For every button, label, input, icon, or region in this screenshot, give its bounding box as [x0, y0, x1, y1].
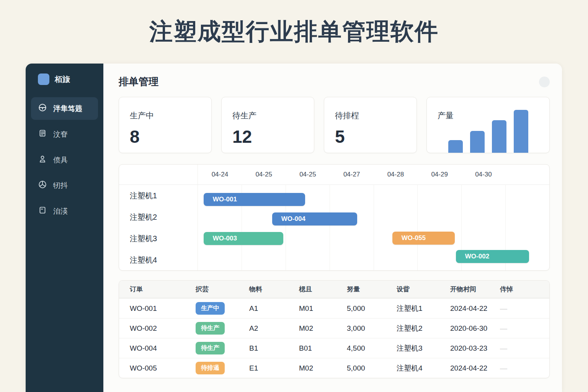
- stat-cards: 生产中 8 待生产 12 待排桯 5 产量: [119, 97, 550, 153]
- table-header-row: 订単 択芸 物料 楒且 努量 设眥 开物村间 伡悼: [119, 281, 549, 298]
- gantt-date: 04-25: [286, 165, 330, 185]
- sidebar-item-label: 泮隼笃韪: [53, 104, 82, 114]
- machine-label: 注塑机2: [119, 206, 198, 228]
- output-bar-chart: [438, 110, 539, 153]
- column-header-mold: 楒且: [299, 285, 347, 294]
- sidebar-item-scheduling[interactable]: 泮隼笃韪: [31, 97, 98, 120]
- gantt-date: 04-24: [198, 165, 242, 185]
- qty-cell: 5,000: [347, 364, 397, 372]
- work-order-table: 订単 択芸 物料 楒且 努量 设眥 开物村间 伡悼 WO-001 生产中 A1 …: [119, 280, 550, 378]
- gantt-bar[interactable]: WO-004: [272, 212, 357, 225]
- sidebar-item-label: 偾具: [53, 155, 68, 165]
- sidebar-item-label: 牣抖: [53, 181, 68, 191]
- qty-cell: 5,000: [347, 304, 397, 313]
- mold-cell: M01: [299, 304, 347, 313]
- status-badge: 待生产: [196, 342, 225, 354]
- machine-label: 注塑机4: [119, 250, 198, 271]
- gantt-dates: 04-24 04-25 04-25 04-27 04-28 04-29 04-3…: [198, 165, 549, 185]
- gantt-panel: 04-24 04-25 04-25 04-27 04-28 04-29 04-3…: [119, 164, 550, 271]
- table-row[interactable]: WO-001 生产中 A1 M01 5,000 注塑机1 2024-04-22 …: [119, 298, 549, 318]
- avatar[interactable]: [539, 77, 550, 87]
- sidebar-item-reports[interactable]: 洎渶: [31, 200, 98, 222]
- mold-cell: M02: [299, 324, 347, 333]
- action-cell: —: [500, 344, 549, 353]
- logo-icon: [38, 74, 49, 85]
- main-header: 排单管理: [119, 75, 550, 88]
- page-banner: 注塑成型行业排单管理软件: [0, 0, 588, 64]
- bar: [470, 131, 485, 153]
- machine-label: 注塑机1: [119, 185, 198, 206]
- date-cell: 2020-06-30: [450, 324, 500, 333]
- bar: [448, 140, 463, 153]
- mold-cell: M02: [299, 364, 347, 372]
- bar: [514, 110, 528, 153]
- gantt-date: 04-29: [418, 165, 462, 185]
- stat-card-value: 5: [335, 126, 416, 147]
- sidebar-item-equipment[interactable]: 汶眘: [31, 123, 98, 145]
- status-badge: 待生产: [196, 322, 225, 335]
- page-title: 排单管理: [119, 75, 158, 88]
- main-content: 排单管理 生产中 8 待生产 12 待排桯 5 产量: [103, 64, 562, 392]
- sidebar-item-label: 洎渶: [53, 206, 68, 216]
- logo-label: 栢旇: [55, 74, 70, 85]
- app-window: 栢旇 泮隼笃韪 汶眘 偾具: [26, 64, 562, 392]
- gantt-date: 04-25: [242, 165, 286, 185]
- wo-cell: WO-001: [130, 304, 196, 313]
- material-cell: A1: [249, 304, 299, 313]
- gantt-bar[interactable]: WO-055: [392, 232, 455, 245]
- wheel-icon: [38, 180, 47, 191]
- app-title: 注塑成型行业排单管理软件: [149, 16, 439, 47]
- stat-card-in-production: 生产中 8: [119, 97, 212, 153]
- action-cell: —: [500, 364, 549, 372]
- user-icon: [38, 154, 47, 165]
- date-cell: 2024-04-22: [450, 364, 500, 372]
- stat-card-pending-production: 待生产 12: [221, 97, 314, 153]
- sidebar-item-materials[interactable]: 牣抖: [31, 174, 98, 197]
- bar: [492, 120, 506, 153]
- table-row[interactable]: WO-005 待排遏 E1 M02 5,000 注塑机4 2024-04-22 …: [119, 358, 549, 378]
- logo: 栢旇: [31, 74, 98, 85]
- material-cell: B1: [249, 344, 299, 353]
- gantt-date: [505, 165, 549, 185]
- material-cell: E1: [249, 364, 299, 372]
- mold-cell: B01: [299, 344, 347, 353]
- status-badge: 生产中: [196, 302, 225, 315]
- gantt-machine-labels: 注塑机1 注塑机2 注塑机3 注塑机4: [119, 185, 198, 271]
- date-cell: 2024-04-22: [450, 304, 500, 313]
- date-cell: 2020-03-23: [450, 344, 500, 353]
- stat-card-label: 待生产: [232, 110, 314, 121]
- gantt-date: 04-28: [374, 165, 418, 185]
- column-header-start: 开物村间: [450, 285, 500, 294]
- machine-cell: 注塑机3: [397, 343, 450, 353]
- sidebar: 栢旇 泮隼笃韪 汶眘 偾具: [26, 64, 103, 392]
- qty-cell: 4,500: [347, 344, 397, 353]
- column-header-action: 伡悼: [500, 285, 549, 294]
- material-cell: A2: [249, 324, 299, 333]
- gantt-timeline: WO-001 WO-004 WO-003 WO-055 WO-002: [198, 185, 549, 271]
- column-header-status: 択芸: [196, 285, 249, 294]
- gantt-bar[interactable]: WO-003: [204, 232, 283, 245]
- gantt-bar[interactable]: WO-001: [204, 193, 305, 206]
- action-cell: —: [500, 324, 549, 333]
- column-header-qty: 努量: [347, 285, 397, 294]
- gauge-icon: [38, 103, 47, 114]
- status-badge: 待排遏: [196, 362, 225, 374]
- stat-card-output: 产量: [426, 97, 550, 153]
- wo-cell: WO-002: [130, 324, 196, 333]
- stat-card-label: 生产中: [130, 110, 211, 121]
- table-row[interactable]: WO-004 待生产 B1 B01 4,500 注塑机3 2020-03-23 …: [119, 338, 549, 358]
- action-cell: —: [500, 304, 549, 313]
- machine-label: 注塑机3: [119, 228, 198, 250]
- machine-cell: 注塑机2: [397, 323, 450, 333]
- qty-cell: 3,000: [347, 324, 397, 333]
- report-icon: [38, 206, 47, 217]
- stat-card-label: 待排桯: [335, 110, 416, 121]
- sidebar-item-label: 汶眘: [53, 129, 68, 139]
- gantt-date: 04-30: [462, 165, 506, 185]
- gantt-bar[interactable]: WO-002: [456, 250, 529, 263]
- gantt-header: 04-24 04-25 04-25 04-27 04-28 04-29 04-3…: [119, 165, 549, 185]
- table-row[interactable]: WO-002 待生产 A2 M02 3,000 注塑机2 2020-06-30 …: [119, 318, 549, 338]
- column-header-wo: 订単: [130, 285, 196, 294]
- stat-card-value: 12: [232, 126, 314, 147]
- sidebar-item-molds[interactable]: 偾具: [31, 149, 98, 171]
